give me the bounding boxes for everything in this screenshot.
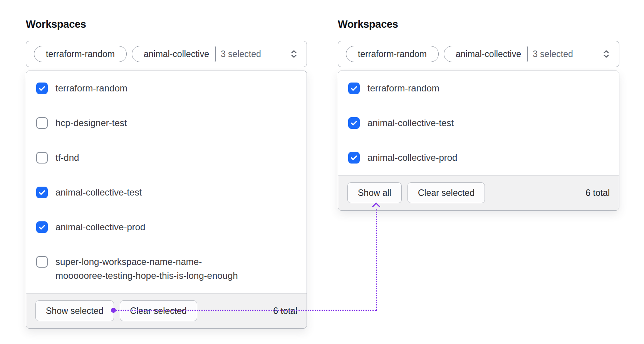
checkbox-checked[interactable] bbox=[348, 152, 360, 164]
workspaces-dropdown: terraform-random animal-collective-test … bbox=[338, 71, 619, 211]
checkbox-checked[interactable] bbox=[36, 187, 48, 198]
workspaces-filter-right: Workspaces terraform-random animal-colle… bbox=[338, 18, 619, 211]
workspaces-dropdown: terraform-random hcp-designer-test tf-dn… bbox=[26, 71, 307, 329]
option-label: terraform-random bbox=[55, 81, 127, 95]
selected-count-label: 3 selected bbox=[221, 49, 261, 59]
chevrons-up-down-icon bbox=[601, 49, 611, 59]
option-row[interactable]: animal-collective-prod bbox=[338, 140, 619, 175]
option-row[interactable]: terraform-random bbox=[26, 71, 307, 106]
total-count: 6 total bbox=[585, 188, 610, 198]
selected-count-label: 3 selected bbox=[533, 49, 573, 59]
check-icon bbox=[38, 223, 46, 231]
selected-tag[interactable]: terraform-random bbox=[34, 46, 127, 62]
dropdown-footer: Show all Clear selected 6 total bbox=[338, 175, 619, 210]
annotation-line-vertical bbox=[376, 209, 377, 310]
option-row[interactable]: tf-dnd bbox=[26, 140, 307, 175]
checkbox-unchecked[interactable] bbox=[36, 117, 48, 129]
option-row[interactable]: terraform-random bbox=[338, 71, 619, 106]
checkbox-unchecked[interactable] bbox=[36, 152, 48, 164]
check-icon bbox=[350, 119, 358, 127]
check-icon bbox=[350, 153, 358, 162]
option-row[interactable]: hcp-designer-test bbox=[26, 106, 307, 140]
option-row[interactable]: animal-collective-test bbox=[338, 106, 619, 140]
checkbox-checked[interactable] bbox=[348, 117, 360, 129]
option-label: animal-collective-test bbox=[55, 185, 142, 199]
option-label: animal-collective-prod bbox=[367, 151, 457, 165]
check-icon bbox=[38, 188, 46, 197]
checkbox-unchecked[interactable] bbox=[36, 256, 48, 268]
total-count: 6 total bbox=[273, 306, 297, 316]
checkbox-checked[interactable] bbox=[348, 83, 360, 94]
chevrons-up-down-icon bbox=[289, 49, 299, 59]
clear-selected-button[interactable]: Clear selected bbox=[120, 300, 197, 321]
option-label: terraform-random bbox=[367, 81, 439, 95]
option-label: super-long-workspace-name-name- mooooore… bbox=[55, 255, 238, 283]
selected-tag[interactable]: terraform-random bbox=[346, 46, 439, 62]
option-label: animal-collective-test bbox=[367, 116, 454, 130]
option-row[interactable]: animal-collective-test bbox=[26, 175, 307, 210]
option-row[interactable]: super-long-workspace-name-name- mooooore… bbox=[26, 245, 307, 293]
checkbox-checked[interactable] bbox=[36, 221, 48, 233]
option-label: tf-dnd bbox=[55, 151, 79, 165]
page-title: Workspaces bbox=[338, 18, 619, 31]
selected-tag-truncated[interactable]: animal-collective bbox=[132, 46, 216, 62]
show-all-button[interactable]: Show all bbox=[347, 182, 402, 203]
dropdown-footer: Show selected Clear selected 6 total bbox=[26, 293, 307, 328]
checkbox-checked[interactable] bbox=[36, 83, 48, 94]
show-selected-button[interactable]: Show selected bbox=[35, 300, 114, 321]
page-title: Workspaces bbox=[26, 18, 307, 31]
check-icon bbox=[350, 84, 358, 93]
workspaces-multiselect-trigger[interactable]: terraform-random animal-collective 3 sel… bbox=[338, 41, 619, 67]
selected-tag-truncated[interactable]: animal-collective bbox=[444, 46, 528, 62]
option-label: hcp-designer-test bbox=[55, 116, 127, 130]
option-row[interactable]: animal-collective-prod bbox=[26, 210, 307, 245]
workspaces-filter-left: Workspaces terraform-random animal-colle… bbox=[26, 18, 307, 329]
check-icon bbox=[38, 84, 46, 93]
workspaces-multiselect-trigger[interactable]: terraform-random animal-collective 3 sel… bbox=[26, 41, 307, 67]
option-label: animal-collective-prod bbox=[55, 220, 145, 234]
clear-selected-button[interactable]: Clear selected bbox=[408, 182, 485, 203]
